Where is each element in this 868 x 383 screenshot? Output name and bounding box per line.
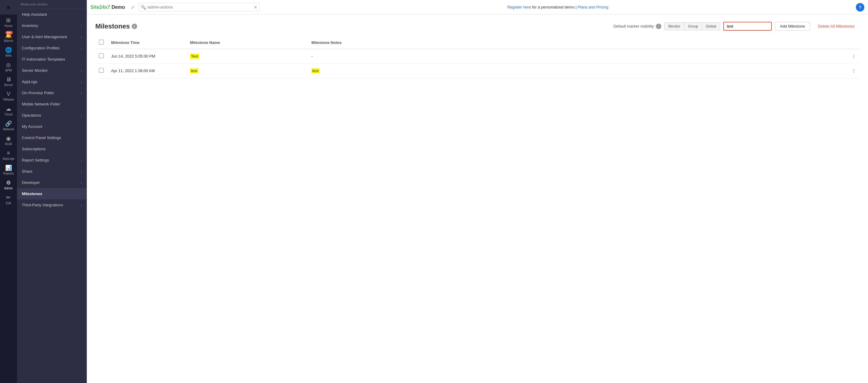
sidebar-item-third-party-integrations[interactable]: Third-Party Integrations› [17,199,87,211]
expand-icon[interactable]: ⤢ [131,5,135,10]
select-all-checkbox[interactable] [99,40,104,44]
nav-label-network: Network [3,128,14,131]
milestone-search-input[interactable] [723,22,772,31]
add-milestone-button[interactable]: Add Milestone [775,22,810,31]
plans-link[interactable]: Plans and Pricing [578,5,608,9]
brand-logo: Site24x7 Demo [90,5,125,10]
sidebar-item-label: Report Settings [22,158,49,163]
nav-icon-home[interactable]: ⊞ Home [2,14,14,29]
sidebar-item-subscriptions[interactable]: Subscriptions [17,143,87,154]
grid-menu-button[interactable]: ⊞ [0,0,17,14]
nav-label-cloud: Cloud [5,113,12,116]
sidebar-item-my-account[interactable]: My Account [17,121,87,132]
row-actions-menu[interactable]: ⋮ [847,64,860,78]
page-title: Milestones i [95,23,137,30]
table-row: Apr 11, 2022 1:38:00 AM test test ⋮ [95,64,860,78]
nav-icon-server[interactable]: 🖥 Server [2,74,14,89]
sidebar-item-label: User & Alert Management [22,35,67,39]
nav-label-rum: RUM [5,142,12,146]
sidebar-item-label: Milestones [22,192,42,196]
icon-vmware: V [7,91,10,97]
sidebar-item-developer[interactable]: Developer› [17,177,87,188]
sidebar-item-on-premise-poller[interactable]: On-Premise Poller› [17,87,87,99]
nav-icon-admin[interactable]: ⚙ Admin [2,177,14,192]
sidebar-item-label: Third-Party Integrations [22,203,63,207]
sidebar-item-server-monitor[interactable]: Server Monitor› [17,65,87,76]
default-marker-label: Default marker visibility i [613,24,661,29]
row-checkbox-1[interactable] [99,68,104,73]
sidebar-item-milestones[interactable]: Milestones [17,188,87,199]
sidebar-item-mobile-network-poller[interactable]: Mobile Network Poller [17,99,87,110]
nav-icon-edit[interactable]: ✏ Edit [2,192,14,207]
sidebar-item-inventory[interactable]: Inventory› [17,20,87,31]
page-content: Milestones i Default marker visibility i… [87,14,868,383]
sidebar-item-it-automation-templates[interactable]: IT Automation Templates [17,54,87,65]
visibility-global-btn[interactable]: Global [702,23,720,30]
sidebar-item-applogs[interactable]: AppLogs› [17,76,87,87]
icon-navigation: ⊞ ⊞ Home🔔 Alarms99+🌐 Web◎ APM🖥 ServerV V… [0,0,17,383]
delete-all-milestones-button[interactable]: Delete All Milestones [813,22,860,30]
nav-label-home: Home [5,24,13,28]
sidebar-item-label: Help Assistant [22,12,47,17]
chevron-right-icon: › [81,24,82,28]
nav-icon-rum[interactable]: ◉ RUM [2,133,14,147]
milestones-controls: Default marker visibility i Monitor Grou… [613,22,860,31]
nav-icon-applogs[interactable]: ≡ AppLogs [2,147,14,162]
sidebar-item-label: Inventory [22,23,38,28]
nav-icon-reports[interactable]: 📊 Reports [2,162,14,177]
visibility-monitor-btn[interactable]: Monitor [665,23,684,30]
sidebar-item-control-panel-settings[interactable]: Control Panel Settings [17,132,87,143]
milestone-notes: test [308,64,847,78]
icon-network: 🔗 [5,120,12,127]
search-input[interactable] [138,3,260,11]
sidebar-item-share[interactable]: Share› [17,166,87,177]
default-marker-info-icon[interactable]: i [656,24,661,29]
help-button[interactable]: ? [856,3,864,11]
clear-icon[interactable]: ✕ [254,5,257,10]
row-checkbox-cell [95,64,107,78]
info-icon[interactable]: i [132,24,137,29]
icon-web: 🌐 [5,47,12,53]
nav-icon-alarms[interactable]: 🔔 Alarms99+ [2,29,14,44]
sidebar-readonly-label: Read-only version [17,0,87,9]
col-header-checkbox [95,37,107,49]
icon-apm: ◎ [6,62,11,68]
col-header-time: Milestone Time [107,37,186,49]
milestone-name: Test [186,49,308,64]
sidebar-item-operations[interactable]: Operations› [17,110,87,121]
chevron-right-icon: › [81,35,82,39]
icon-edit: ✏ [6,194,11,201]
sidebar-item-report-settings[interactable]: Report Settings› [17,154,87,166]
milestone-notes: - [308,49,847,64]
row-actions-menu[interactable]: ⋮ [847,49,860,64]
sidebar-item-label: On-Premise Poller [22,91,54,95]
search-box: 🔍 ✕ [138,3,260,11]
sidebar-item-configuration-profiles[interactable]: Configuration Profiles› [17,42,87,54]
sidebar-item-label: Operations [22,113,41,117]
row-checkbox-0[interactable] [99,53,104,58]
sidebar-menu: Read-only version Help AssistantInventor… [17,0,87,383]
sidebar-item-label: IT Automation Templates [22,57,65,62]
col-header-name: Milestone Name [186,37,308,49]
nav-icon-apm[interactable]: ◎ APM [2,59,14,74]
sidebar-item-label: Developer [22,180,40,185]
nav-icon-network[interactable]: 🔗 Network [2,118,14,133]
visibility-group-btn[interactable]: Group [684,23,702,30]
icon-cloud: ☁ [6,105,11,112]
nav-icon-web[interactable]: 🌐 Web [2,44,14,59]
milestone-time: Jun 14, 2022 5:05:00 PM [107,49,186,64]
row-checkbox-cell [95,49,107,64]
nav-icon-cloud[interactable]: ☁ Cloud [2,103,14,118]
milestone-name: test [186,64,308,78]
register-link[interactable]: Register here [507,5,531,9]
nav-icon-vmware[interactable]: V VMware [2,89,14,103]
nav-label-apm: APM [5,69,12,72]
milestone-name-highlight: Test [190,54,199,59]
icon-rum: ◉ [6,135,11,142]
icon-applogs: ≡ [7,150,10,156]
sidebar-item-user-&-alert-management[interactable]: User & Alert Management› [17,31,87,42]
nav-label-web: Web [5,54,11,57]
table-body: Jun 14, 2022 5:05:00 PM Test - ⋮ Apr 11,… [95,49,860,78]
milestones-table: Milestone Time Milestone Name Milestone … [95,37,860,78]
sidebar-item-help-assistant[interactable]: Help Assistant [17,9,87,20]
